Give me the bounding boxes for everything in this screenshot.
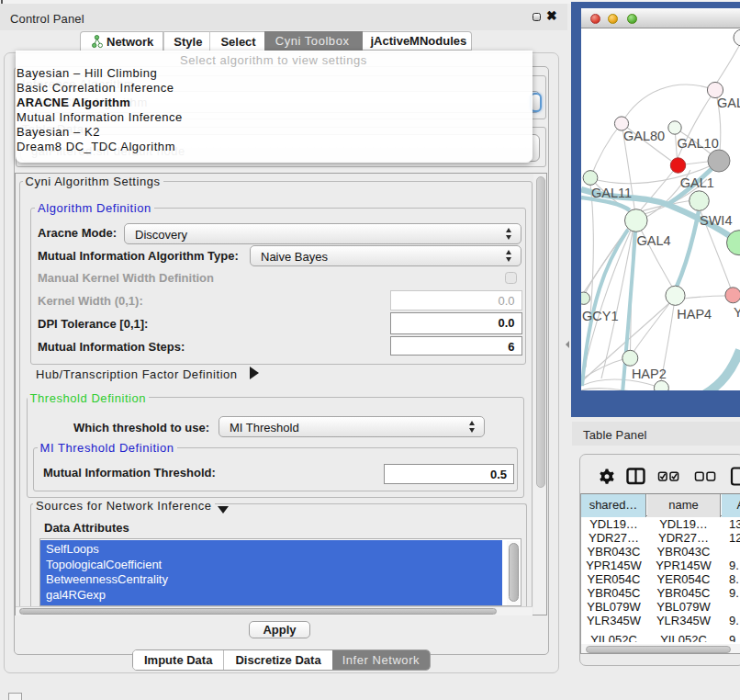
- svg-text:GAL10: GAL10: [678, 136, 719, 151]
- svg-text:GAL7: GAL7: [717, 96, 740, 110]
- svg-text:HAP4: HAP4: [677, 307, 712, 322]
- svg-text:HAP2: HAP2: [632, 367, 667, 381]
- svg-text:GAL1: GAL1: [680, 175, 714, 190]
- svg-text:GAL4: GAL4: [637, 233, 671, 248]
- svg-text:SWI4: SWI4: [700, 213, 732, 228]
- svg-text:Y: Y: [734, 305, 740, 320]
- svg-text:GAL11: GAL11: [591, 186, 632, 200]
- svg-text:GAL80: GAL80: [623, 129, 665, 143]
- svg-text:GCY1: GCY1: [582, 309, 619, 323]
